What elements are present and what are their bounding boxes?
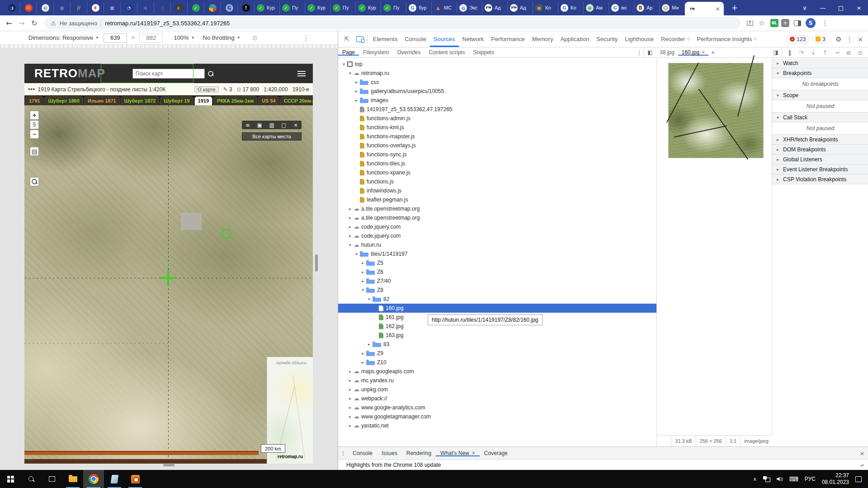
map-layer-tab[interactable]: Шуберт 1872 bbox=[121, 96, 160, 105]
devtools-tab-console[interactable]: Console bbox=[401, 31, 430, 47]
sidebar-section-csp-violation-breakpoints[interactable]: ▸CSP Violation Breakpoints bbox=[772, 174, 868, 184]
sources-tab-page[interactable]: Page bbox=[338, 49, 359, 56]
viewport-width-input[interactable] bbox=[104, 33, 127, 42]
hidden-icons-chevron[interactable]: ∧ bbox=[753, 476, 757, 482]
browser-tab[interactable]: GКо bbox=[558, 2, 584, 14]
tab-close-icon[interactable]: × bbox=[702, 49, 705, 56]
sidebar-section-breakpoints[interactable]: ▾Breakpoints bbox=[772, 68, 868, 78]
expand-icon[interactable]: ▸ bbox=[347, 216, 353, 220]
file-tree-item[interactable]: functions.js bbox=[338, 177, 656, 186]
drawer-tab-rendering[interactable]: Rendering bbox=[402, 450, 436, 456]
pinned-tab[interactable]: ⊙ bbox=[137, 2, 154, 14]
edits-count[interactable]: ✎3 bbox=[223, 86, 232, 93]
pinned-tab[interactable]: ◎ bbox=[54, 2, 71, 14]
devtools-tab-lighthouse[interactable]: Lighthouse bbox=[621, 31, 657, 47]
file-tree-item[interactable]: ▸Z6 bbox=[338, 267, 656, 277]
clock[interactable]: 22:37 08.01.2023 bbox=[822, 472, 849, 486]
file-tree-item[interactable]: ▸☁yastatic.net bbox=[338, 421, 656, 430]
file-tree-item[interactable]: ▾☁hutun.ru bbox=[338, 240, 656, 249]
pinned-tab[interactable]: ◑ bbox=[4, 2, 20, 14]
devtools-tab-security[interactable]: Security bbox=[593, 31, 621, 47]
language-indicator[interactable]: РУС bbox=[805, 476, 816, 482]
file-tree-item[interactable]: leaflet-pegman.js bbox=[338, 195, 656, 204]
notification-center-icon[interactable] bbox=[855, 476, 862, 482]
tab-close-icon[interactable]: × bbox=[715, 5, 720, 12]
file-tree-item[interactable]: 1419197_z5_53.553362,47.197265 bbox=[338, 105, 656, 114]
devtools-tab-performance[interactable]: Performance bbox=[487, 31, 528, 47]
map-layer-tab[interactable]: РККА 25км-1км bbox=[213, 96, 257, 105]
sidebar-section-event-listener-breakpoints[interactable]: ▸Event Listener Breakpoints bbox=[772, 164, 868, 174]
zoom-select[interactable]: 100%▼ bbox=[174, 34, 194, 41]
expand-icon[interactable]: ▸ bbox=[347, 378, 353, 383]
device-toolbar-toggle-icon[interactable] bbox=[356, 36, 363, 42]
step-out-icon[interactable]: ↑ bbox=[819, 47, 831, 57]
minimize-button[interactable]: — bbox=[814, 0, 832, 15]
browser-menu-chevron[interactable]: ∨ bbox=[796, 0, 814, 15]
devtools-menu-icon[interactable]: ⋮ bbox=[844, 33, 854, 45]
expand-icon[interactable]: ▸ bbox=[347, 396, 353, 401]
browser-tab[interactable]: Gво bbox=[609, 2, 634, 14]
sources-tab-filesystem[interactable]: Filesystem bbox=[359, 49, 393, 56]
expand-icon[interactable]: ▸ bbox=[347, 423, 353, 428]
debugger-panel-toggle-icon[interactable]: ◨ bbox=[770, 47, 782, 57]
collapse-icon[interactable]: ▾ bbox=[360, 288, 366, 292]
browser-tab[interactable]: ◉Ко bbox=[533, 2, 558, 14]
browser-tab[interactable]: ✓Кур bbox=[255, 2, 280, 14]
viewport-height-input[interactable] bbox=[139, 33, 163, 42]
list-icon[interactable]: ≡ bbox=[245, 122, 250, 128]
chrome-taskbar-button[interactable] bbox=[83, 470, 104, 488]
page-horizontal-scrollbar[interactable] bbox=[163, 464, 175, 466]
maximize-button[interactable]: □ bbox=[832, 0, 850, 15]
sidebar-section-call-stack[interactable]: ▾Call Stack bbox=[772, 113, 868, 122]
layers-button[interactable]: ▤ bbox=[30, 147, 39, 156]
file-tree-item[interactable]: ▸☁webpack:// bbox=[338, 394, 656, 403]
devtools-tab-sources[interactable]: Sources bbox=[430, 31, 459, 47]
search-button[interactable] bbox=[205, 68, 217, 79]
browser-tab[interactable]: ✓Пу bbox=[330, 2, 356, 14]
browser-tab[interactable]: BАр bbox=[634, 2, 660, 14]
active-tab[interactable]: re × bbox=[685, 2, 724, 15]
page-vertical-scrollbar[interactable] bbox=[315, 254, 318, 272]
inspect-element-icon[interactable]: ⇱ bbox=[341, 33, 353, 45]
expand-icon[interactable]: ▸ bbox=[360, 279, 366, 283]
expand-icon[interactable]: ▸ bbox=[347, 225, 353, 229]
bookmark-star-icon[interactable]: ☆ bbox=[756, 17, 768, 29]
file-tree-item[interactable]: ▸css bbox=[338, 78, 656, 87]
map-credit[interactable]: retromap.ru bbox=[278, 454, 303, 459]
file-tree-item[interactable]: ▸☁code.jquery.com bbox=[338, 222, 656, 231]
sidebar-section-watch[interactable]: ▸Watch bbox=[772, 58, 868, 68]
collapse-icon[interactable]: ▾ bbox=[347, 243, 353, 247]
tab-close-icon[interactable]: × bbox=[472, 450, 475, 456]
app-button[interactable] bbox=[104, 470, 125, 488]
map-layer-tab[interactable]: СССР 20км-1км bbox=[280, 96, 313, 105]
side-panel-icon[interactable] bbox=[794, 20, 801, 26]
expand-icon[interactable]: ▸ bbox=[360, 261, 366, 265]
menu-icon[interactable] bbox=[297, 71, 306, 76]
browser-tab[interactable]: ✓Пу bbox=[381, 2, 406, 14]
puzzle-extension-icon[interactable]: + bbox=[781, 19, 789, 27]
drawer-tab-what-s-new[interactable]: What's New× bbox=[436, 450, 480, 456]
expand-icon[interactable]: ▸ bbox=[354, 80, 359, 84]
file-explorer-button[interactable] bbox=[62, 470, 83, 488]
file-tree-item[interactable]: infowindows.js bbox=[338, 186, 656, 195]
file-tree-item[interactable]: ▸☁maps.googleapis.com bbox=[338, 367, 656, 376]
pinned-tab[interactable]: ◐ bbox=[171, 2, 188, 14]
zoom-out-button[interactable]: − bbox=[30, 130, 39, 139]
pinned-tab[interactable]: ◔ bbox=[121, 2, 137, 14]
gallery-icon[interactable]: ▣ bbox=[257, 122, 262, 128]
devtools-tab-recorder[interactable]: Recorder▽ bbox=[657, 31, 693, 47]
map-layer-tab[interactable]: Шуберт 19 bbox=[160, 96, 193, 105]
step-into-icon[interactable]: ↓ bbox=[807, 47, 819, 57]
collapse-icon[interactable]: ▾ bbox=[341, 62, 347, 66]
new-tab-button[interactable]: + bbox=[728, 1, 741, 14]
file-tree-item[interactable]: ▸Z7/40 bbox=[338, 277, 656, 286]
browser-tab[interactable]: ▲МС bbox=[432, 2, 457, 14]
devtools-tab-application[interactable]: Application bbox=[557, 31, 593, 47]
retromap-logo[interactable]: RETROMAP bbox=[34, 66, 105, 80]
expand-icon[interactable]: ▸ bbox=[347, 414, 353, 419]
window-icon[interactable]: ▢ bbox=[281, 122, 286, 128]
file-tree-item[interactable]: ▸☁a.tile.openstreetmap.org bbox=[338, 204, 656, 213]
collapse-icon[interactable]: ▾ bbox=[347, 71, 353, 75]
file-tree-item[interactable]: ▸☁mc.yandex.ru bbox=[338, 376, 656, 385]
task-view-button[interactable] bbox=[42, 470, 62, 488]
